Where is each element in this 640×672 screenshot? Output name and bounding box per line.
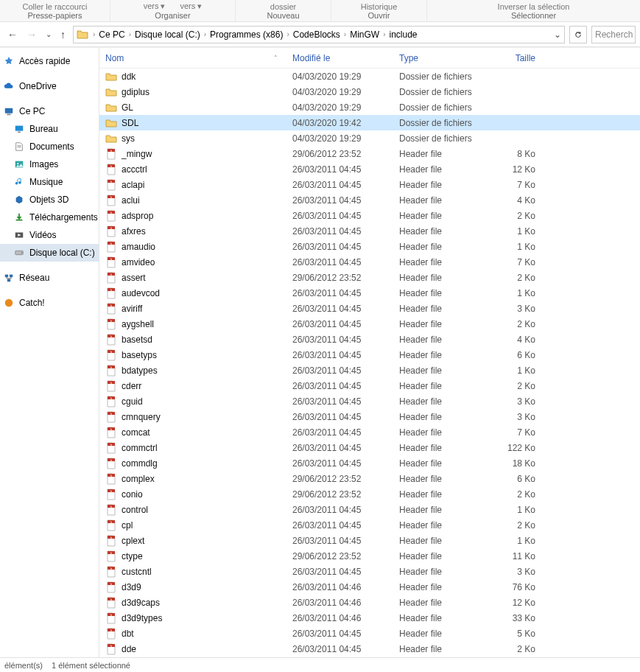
- file-row[interactable]: sys04/03/2020 19:29Dossier de fichiers: [99, 130, 640, 146]
- sidebar-videos[interactable]: Vidéos: [0, 226, 99, 244]
- crumb-disk[interactable]: Disque local (C:): [133, 29, 203, 40]
- ribbon-clipboard-group: Coller le raccourci Presse-papiers: [0, 0, 110, 21]
- sidebar-network[interactable]: Réseau: [0, 269, 99, 287]
- forward-button[interactable]: →: [24, 27, 40, 42]
- crumb-programs[interactable]: Programmes (x86): [208, 29, 285, 40]
- file-type: Header file: [399, 226, 491, 237]
- file-row[interactable]: h_mingw29/06/2012 23:52Header file8 Ko: [99, 146, 640, 161]
- file-row[interactable]: hamvideo26/03/2011 04:45Header file7 Ko: [99, 254, 640, 270]
- sidebar-label: Bureau: [29, 124, 58, 134]
- recent-dropdown[interactable]: ⌄: [43, 29, 54, 40]
- file-modified: 26/03/2011 04:45: [292, 335, 399, 345]
- file-type: Dossier de fichiers: [399, 87, 491, 97]
- sidebar-desktop[interactable]: Bureau: [0, 120, 99, 138]
- file-row[interactable]: haccctrl26/03/2011 04:45Header file12 Ko: [99, 161, 640, 177]
- column-header-name[interactable]: Nom ˄: [99, 53, 292, 63]
- svg-text:h: h: [110, 225, 112, 229]
- file-modified: 26/03/2011 04:45: [292, 427, 399, 438]
- status-bar: élément(s) 1 élément sélectionné: [0, 657, 640, 672]
- file-row[interactable]: hcplext26/03/2011 04:45Header file1 Ko: [99, 533, 640, 548]
- file-row[interactable]: hd3d9caps26/03/2011 04:46Header file12 K…: [99, 595, 640, 610]
- ribbon-history[interactable]: Historique: [361, 2, 398, 11]
- file-row[interactable]: hd3d9types26/03/2011 04:46Header file33 …: [99, 610, 640, 626]
- file-type: Header file: [399, 195, 491, 206]
- file-row[interactable]: hconio29/06/2012 23:52Header file2 Ko: [99, 486, 640, 502]
- chevron-right-icon[interactable]: ›: [91, 30, 96, 38]
- file-row[interactable]: hassert29/06/2012 23:52Header file2 Ko: [99, 270, 640, 285]
- file-row[interactable]: hbdatypes26/03/2011 04:45Header file1 Ko: [99, 363, 640, 378]
- file-row[interactable]: haudevcod26/03/2011 04:45Header file1 Ko: [99, 285, 640, 301]
- column-header-type[interactable]: Type: [399, 53, 491, 63]
- file-modified: 04/03/2020 19:29: [292, 102, 399, 113]
- file-row[interactable]: hbasetyps26/03/2011 04:45Header file6 Ko: [99, 347, 640, 363]
- file-row[interactable]: hdde26/03/2011 04:45Header file2 Ko: [99, 641, 640, 657]
- sidebar-downloads[interactable]: Téléchargements: [0, 209, 99, 226]
- file-row[interactable]: ddk04/03/2020 19:29Dossier de fichiers: [99, 69, 640, 84]
- sidebar-thispc[interactable]: Ce PC: [0, 102, 99, 120]
- breadcrumb-dropdown[interactable]: ⌄: [551, 29, 561, 40]
- ribbon-copy-to[interactable]: vers ▾: [180, 1, 203, 11]
- column-header-size[interactable]: Taille: [491, 53, 543, 63]
- file-row[interactable]: haclapi26/03/2011 04:45Header file7 Ko: [99, 177, 640, 192]
- refresh-button[interactable]: [569, 26, 587, 43]
- sidebar-3dobjects[interactable]: Objets 3D: [0, 191, 99, 209]
- file-name: SDL: [122, 118, 138, 128]
- sidebar-music[interactable]: Musique: [0, 173, 99, 191]
- crumb-mingw[interactable]: MinGW: [348, 29, 381, 40]
- chevron-right-icon[interactable]: ›: [285, 30, 290, 38]
- up-button[interactable]: ↑: [57, 27, 68, 42]
- file-type: Header file: [399, 567, 491, 577]
- file-row[interactable]: haviriff26/03/2011 04:45Header file3 Ko: [99, 301, 640, 316]
- chevron-right-icon[interactable]: ›: [203, 30, 208, 38]
- file-name: commctrl: [122, 443, 158, 453]
- file-row[interactable]: GL04/03/2020 19:29Dossier de fichiers: [99, 99, 640, 115]
- file-row[interactable]: haygshell26/03/2011 04:45Header file2 Ko: [99, 316, 640, 332]
- chevron-right-icon[interactable]: ›: [127, 30, 133, 38]
- chevron-right-icon[interactable]: ›: [342, 30, 348, 38]
- file-row[interactable]: haclui26/03/2011 04:45Header file4 Ko: [99, 192, 640, 208]
- main: Accès rapide OneDrive Ce PC Bureau Docum…: [0, 47, 640, 657]
- ribbon-new-folder[interactable]: dossier: [270, 2, 296, 11]
- ribbon-clipboard-item[interactable]: Coller le raccourci: [22, 2, 87, 11]
- breadcrumb[interactable]: › Ce PC › Disque local (C:) › Programmes…: [73, 26, 565, 43]
- svg-text:h: h: [110, 365, 112, 368]
- sidebar-onedrive[interactable]: OneDrive: [0, 77, 99, 95]
- file-row[interactable]: hdbt26/03/2011 04:45Header file5 Ko: [99, 626, 640, 641]
- sidebar-catch[interactable]: Catch!: [0, 294, 99, 312]
- folder-icon: [105, 133, 117, 144]
- file-row[interactable]: hcomplex29/06/2012 23:52Header file6 Ko: [99, 471, 640, 486]
- sidebar-localdisk[interactable]: Disque local (C:): [0, 244, 99, 262]
- ribbon-move-to[interactable]: vers ▾: [144, 1, 166, 11]
- back-button[interactable]: ←: [4, 27, 21, 42]
- file-row[interactable]: hafxres26/03/2011 04:45Header file1 Ko: [99, 223, 640, 239]
- file-row[interactable]: hctype29/06/2012 23:52Header file11 Ko: [99, 548, 640, 564]
- file-row[interactable]: hcpl26/03/2011 04:45Header file2 Ko: [99, 517, 640, 533]
- file-row[interactable]: SDL04/03/2020 19:42Dossier de fichiers: [99, 115, 640, 130]
- file-row[interactable]: hamaudio26/03/2011 04:45Header file1 Ko: [99, 239, 640, 254]
- file-row[interactable]: hcderr26/03/2011 04:45Header file2 Ko: [99, 378, 640, 393]
- file-row[interactable]: hd3d926/03/2011 04:46Header file76 Ko: [99, 579, 640, 595]
- header-file-icon: h: [105, 612, 117, 624]
- file-row[interactable]: hcguid26/03/2011 04:45Header file3 Ko: [99, 393, 640, 409]
- column-header-modified[interactable]: Modifié le: [292, 53, 399, 63]
- file-size: 11 Ko: [491, 551, 543, 561]
- file-size: 7 Ko: [491, 257, 543, 267]
- chevron-right-icon[interactable]: ›: [381, 30, 387, 38]
- file-row[interactable]: gdiplus04/03/2020 19:29Dossier de fichie…: [99, 84, 640, 99]
- sidebar-documents[interactable]: Documents: [0, 138, 99, 155]
- crumb-include[interactable]: include: [387, 29, 420, 40]
- crumb-pc[interactable]: Ce PC: [96, 29, 127, 40]
- file-row[interactable]: hcontrol26/03/2011 04:45Header file1 Ko: [99, 502, 640, 517]
- file-row[interactable]: hcmnquery26/03/2011 04:45Header file3 Ko: [99, 409, 640, 424]
- file-row[interactable]: hcommdlg26/03/2011 04:45Header file18 Ko: [99, 455, 640, 471]
- search-input[interactable]: Recherch: [591, 26, 636, 43]
- sidebar-quick-access[interactable]: Accès rapide: [0, 52, 99, 70]
- file-row[interactable]: hadsprop26/03/2011 04:45Header file2 Ko: [99, 208, 640, 223]
- sidebar-pictures[interactable]: Images: [0, 155, 99, 173]
- file-row[interactable]: hcustcntl26/03/2011 04:45Header file3 Ko: [99, 564, 640, 579]
- file-row[interactable]: hcommctrl26/03/2011 04:45Header file122 …: [99, 440, 640, 455]
- ribbon-invert-selection[interactable]: Inverser la sélection: [498, 2, 570, 11]
- file-row[interactable]: hbasetsd26/03/2011 04:45Header file4 Ko: [99, 332, 640, 347]
- file-row[interactable]: hcomcat26/03/2011 04:45Header file7 Ko: [99, 424, 640, 440]
- crumb-codeblocks[interactable]: CodeBlocks: [291, 29, 342, 40]
